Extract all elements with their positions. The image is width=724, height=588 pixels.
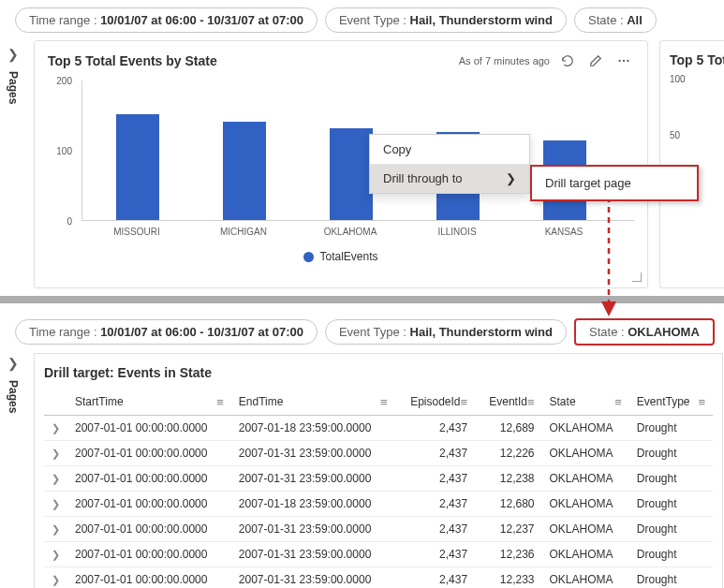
more-icon[interactable]: [613, 51, 634, 71]
bar[interactable]: [223, 122, 266, 220]
pages-panel-toggle[interactable]: ❯ Pages: [0, 47, 26, 104]
legend-swatch: [303, 252, 314, 262]
col-header[interactable]: State≡: [542, 390, 629, 416]
col-header[interactable]: StartTime≡: [67, 390, 231, 416]
col-menu-icon[interactable]: ≡: [527, 395, 535, 409]
cell: 2007-01-01 00:00:00.0000: [67, 492, 231, 517]
cell: OKLAHOMA: [542, 416, 629, 441]
bar-col[interactable]: [212, 122, 277, 220]
col-header[interactable]: EndTime≡: [231, 390, 395, 416]
col-header-text: StartTime: [75, 395, 124, 408]
cell: Drought: [629, 542, 713, 567]
cell: 2007-01-18 23:59:00.0000: [231, 492, 395, 517]
table-row[interactable]: ❯2007-01-01 00:00:00.00002007-01-31 23:5…: [44, 542, 713, 567]
filter-label: Event Type :: [339, 325, 406, 339]
expand-row-icon[interactable]: ❯: [44, 441, 67, 466]
drill-card: Drill target: Events in State StartTime≡…: [34, 353, 723, 588]
cell: 12,226: [475, 441, 541, 466]
expand-row-icon[interactable]: ❯: [44, 517, 67, 542]
svg-point-1: [623, 60, 625, 62]
pages-label: Pages: [7, 71, 20, 104]
filter-bar: Time range : 10/01/07 at 06:00 - 10/31/0…: [0, 0, 724, 40]
card-title: Top 5 Total Events by State: [48, 53, 451, 68]
chart-legend: TotalEvents: [48, 250, 634, 263]
col-header[interactable]: EventId≡: [475, 390, 541, 416]
expand-row-icon[interactable]: ❯: [44, 492, 67, 517]
bottom-section: Time range : 10/01/07 at 06:00 - 10/31/0…: [0, 303, 724, 588]
refresh-icon[interactable]: [557, 51, 578, 71]
expand-row-icon[interactable]: ❯: [44, 466, 67, 492]
filter-event-type[interactable]: Event Type : Hail, Thunderstorm wind: [325, 7, 567, 33]
events-table: StartTime≡EndTime≡EpisodeId≡EventId≡Stat…: [44, 390, 713, 588]
cell: 2007-01-01 00:00:00.0000: [67, 517, 231, 542]
col-header-text: EpisodeId: [410, 395, 460, 408]
cell: OKLAHOMA: [542, 466, 629, 492]
cell: 2,437: [395, 441, 475, 466]
table-row[interactable]: ❯2007-01-01 00:00:00.00002007-01-31 23:5…: [44, 441, 713, 466]
expand-row-icon[interactable]: ❯: [44, 542, 67, 567]
x-axis-labels: MISSOURIMICHIGANOKLAHOMAILLINOISKANSAS: [81, 227, 634, 237]
col-header-text: EventId: [489, 395, 527, 408]
expand-row-icon[interactable]: ❯: [44, 416, 67, 441]
filter-time-range[interactable]: Time range : 10/01/07 at 06:00 - 10/31/0…: [15, 7, 318, 33]
edit-icon[interactable]: [585, 51, 606, 71]
filter-label: State :: [588, 13, 624, 27]
ctx-copy[interactable]: Copy: [370, 135, 529, 164]
filter-state[interactable]: State : OKLAHOMA: [574, 318, 715, 345]
section-divider: [0, 296, 724, 303]
ytick: 50: [670, 130, 680, 140]
cell: 2,437: [395, 567, 475, 589]
filter-event-type[interactable]: Event Type : Hail, Thunderstorm wind: [325, 319, 567, 345]
cell: 12,237: [475, 517, 541, 542]
table-body: ❯2007-01-01 00:00:00.00002007-01-18 23:5…: [44, 416, 713, 589]
filter-value: OKLAHOMA: [628, 325, 700, 339]
col-menu-icon[interactable]: ≡: [380, 395, 388, 409]
col-menu-icon[interactable]: ≡: [461, 395, 468, 409]
cell: OKLAHOMA: [542, 567, 629, 589]
cell: OKLAHOMA: [542, 441, 629, 466]
table-row[interactable]: ❯2007-01-01 00:00:00.00002007-01-31 23:5…: [44, 567, 713, 589]
top-section: Time range : 10/01/07 at 06:00 - 10/31/0…: [0, 0, 724, 288]
col-menu-icon[interactable]: ≡: [614, 395, 622, 409]
ytick: 200: [44, 76, 72, 86]
cell: 2007-01-31 23:59:00.0000: [231, 542, 395, 567]
y-axis: 0100200: [44, 81, 72, 221]
col-menu-icon[interactable]: ≡: [698, 395, 705, 409]
filter-label: State :: [589, 325, 625, 339]
col-header[interactable]: EventType≡: [629, 390, 713, 416]
bar-col[interactable]: [105, 114, 170, 220]
bar[interactable]: [330, 128, 373, 220]
table-row[interactable]: ❯2007-01-01 00:00:00.00002007-01-31 23:5…: [44, 517, 713, 542]
cell: 2007-01-31 23:59:00.0000: [231, 441, 395, 466]
cell: Drought: [629, 492, 713, 517]
table-row[interactable]: ❯2007-01-01 00:00:00.00002007-01-18 23:5…: [44, 492, 713, 517]
secondary-title: Top 5 Total: [670, 52, 717, 67]
bar[interactable]: [116, 114, 159, 220]
filter-value: 10/01/07 at 06:00 - 10/31/07 at 07:00: [100, 325, 303, 339]
filter-state[interactable]: State : All: [574, 7, 657, 33]
cell: 12,236: [475, 542, 541, 567]
table-header-row: StartTime≡EndTime≡EpisodeId≡EventId≡Stat…: [44, 390, 713, 416]
ctx-label: Drill target page: [545, 176, 631, 190]
filter-time-range[interactable]: Time range : 10/01/07 at 06:00 - 10/31/0…: [15, 319, 318, 345]
card-header: Top 5 Total Events by State As of 7 minu…: [35, 41, 647, 81]
cell: 2007-01-31 23:59:00.0000: [231, 517, 395, 542]
table-row[interactable]: ❯2007-01-01 00:00:00.00002007-01-31 23:5…: [44, 466, 713, 492]
ctx-label: Drill through to: [383, 171, 463, 185]
ctx-submenu-drill-target[interactable]: Drill target page: [530, 165, 699, 201]
chevron-right-icon: ❯: [7, 356, 19, 371]
cell: 12,680: [475, 492, 541, 517]
cell: 2,437: [395, 416, 475, 441]
col-menu-icon[interactable]: ≡: [216, 395, 224, 409]
col-header[interactable]: EpisodeId≡: [395, 390, 475, 416]
cell: 12,238: [475, 466, 541, 492]
ytick: 100: [670, 74, 686, 84]
col-header-text: EventType: [637, 395, 690, 408]
resize-handle-icon[interactable]: [632, 272, 642, 282]
cell: 2007-01-01 00:00:00.0000: [67, 542, 231, 567]
pages-panel-toggle[interactable]: ❯ Pages: [0, 356, 26, 413]
expand-row-icon[interactable]: ❯: [44, 567, 67, 589]
cell: Drought: [629, 517, 713, 542]
table-row[interactable]: ❯2007-01-01 00:00:00.00002007-01-18 23:5…: [44, 416, 713, 441]
ctx-drill-through[interactable]: Drill through to ❯: [370, 164, 529, 193]
